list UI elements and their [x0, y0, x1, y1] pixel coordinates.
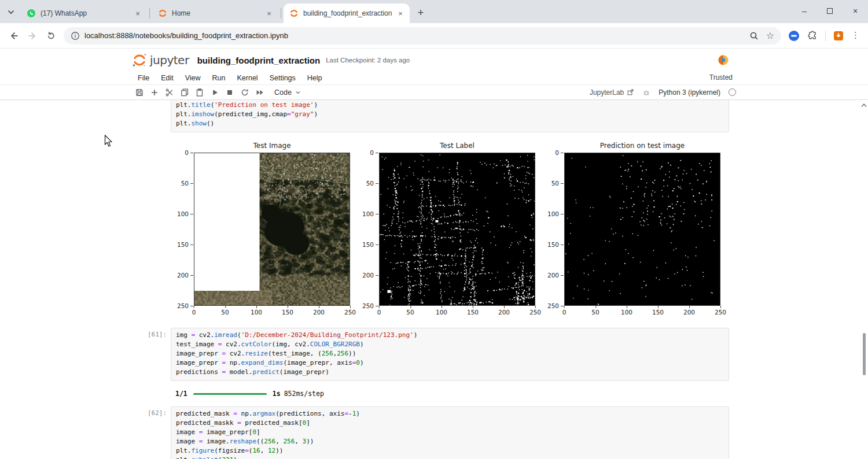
jupyter-header: jupyter building_foodprint_extraction La… [0, 49, 868, 71]
tab-home[interactable]: Home × [152, 3, 278, 23]
tab-building-foodprint-extraction[interactable]: building_foodprint_extraction × [284, 3, 410, 23]
url-text[interactable]: localhost:8888/notebooks/building_foodpr… [84, 31, 288, 40]
extension-orange-icon[interactable] [833, 30, 844, 42]
x-tick-label: 0 [562, 309, 567, 316]
progress-bar [193, 393, 267, 395]
y-tick-label: 50 [181, 180, 189, 187]
window-close-button[interactable]: × [843, 0, 868, 22]
code-line[interactable]: image_prepr = np.expand_dims(image_prepr… [176, 358, 724, 368]
code-line[interactable]: image_prepr = cv2.resize(test_image, (25… [176, 349, 724, 358]
menu-edit[interactable]: Edit [155, 74, 179, 82]
code-line[interactable]: predicted_mask = np.argmax(predictions, … [176, 409, 724, 419]
scrollbar-thumb[interactable] [863, 333, 866, 375]
window-maximize-button[interactable] [817, 0, 843, 22]
site-info-icon[interactable] [71, 31, 80, 40]
plot-image-label [380, 153, 535, 305]
code-cell[interactable]: [61]: img = cv2.imread('D:/December-2024… [148, 328, 729, 381]
browser-menu-kebab-icon[interactable]: ⋮ [851, 31, 860, 40]
code-editor[interactable]: plt.title('Prediction on test image')plt… [171, 100, 729, 132]
debugger-bug-icon[interactable] [642, 88, 650, 97]
code-cell[interactable]: [62]: predicted_mask = np.argmax(predict… [148, 406, 729, 459]
chevron-down-icon [295, 89, 301, 96]
y-tick-label: 0 [185, 149, 189, 156]
stop-kernel-button[interactable] [223, 87, 236, 98]
cell-type-dropdown[interactable]: Code [274, 88, 301, 97]
tab-close-icon[interactable]: × [396, 9, 405, 18]
menu-run[interactable]: Run [207, 74, 231, 82]
zoom-icon[interactable] [749, 31, 759, 41]
browser-tab-strip: (17) WhatsApp × Home × building_foodprin… [0, 0, 868, 23]
notebook-scroll-area[interactable]: plt.title('Prediction on test image')plt… [0, 100, 868, 459]
code-editor[interactable]: img = cv2.imread('D:/December-2024/Build… [171, 328, 729, 381]
save-button[interactable] [133, 87, 146, 98]
open-in-jupyterlab-link[interactable]: JupyterLab [590, 88, 634, 97]
tab-close-icon[interactable]: × [264, 9, 274, 18]
copy-cell-button[interactable] [178, 87, 191, 98]
scroll-up-icon[interactable] [860, 103, 867, 108]
code-line[interactable]: image = image_prepr[0] [176, 428, 724, 437]
figure-output: Test Image050100150200250050100150200250… [175, 142, 729, 317]
y-tick-label: 200 [177, 272, 189, 279]
jupyterlab-label: JupyterLab [590, 88, 624, 97]
restart-kernel-button[interactable] [238, 87, 251, 98]
extensions-puzzle-icon[interactable] [807, 30, 818, 42]
tab-search-button[interactable] [3, 5, 19, 20]
y-tick-label: 100 [177, 210, 189, 217]
code-line[interactable]: predicted_maskk = predicted_mask[0] [176, 419, 724, 428]
kernel-name[interactable]: Python 3 (ipykernel) [659, 88, 720, 97]
run-cell-button[interactable] [208, 87, 221, 98]
cut-cell-button[interactable] [163, 87, 176, 98]
trusted-badge[interactable]: Trusted [709, 73, 733, 82]
y-tick-label: 200 [547, 272, 559, 279]
code-editor[interactable]: predicted_mask = np.argmax(predictions, … [171, 406, 729, 459]
back-icon [9, 31, 19, 41]
jupyter-favicon-icon [158, 9, 167, 18]
bookmark-star-icon[interactable]: ☆ [766, 31, 774, 40]
new-tab-button[interactable]: + [413, 5, 428, 20]
address-bar[interactable]: localhost:8888/notebooks/building_foodpr… [64, 27, 781, 45]
code-line[interactable]: plt.show() [176, 119, 724, 128]
code-line[interactable]: plt.figure(figsize=(16, 12)) [176, 446, 724, 456]
code-line[interactable]: img = cv2.imread('D:/December-2024/Build… [176, 331, 724, 340]
x-tick-label: 250 [344, 309, 356, 316]
code-line[interactable]: plt.title('Prediction on test image') [176, 101, 724, 110]
code-line[interactable]: plt.imshow(predicted_img,cmap="gray") [176, 110, 724, 119]
menu-help[interactable]: Help [301, 74, 328, 82]
plot-label: Test Label050100150200250050100150200250 [361, 142, 535, 317]
cell-prompt [148, 100, 171, 132]
restart-run-all-button[interactable] [253, 87, 266, 98]
y-tick-label: 200 [362, 272, 374, 279]
paste-cell-button[interactable] [193, 87, 206, 98]
code-line[interactable]: plt.subplot(231) [176, 456, 724, 459]
extension-blue-icon[interactable] [788, 30, 800, 42]
x-tick-label: 100 [621, 309, 632, 316]
y-tick-label: 0 [555, 149, 559, 156]
code-cell[interactable]: plt.title('Prediction on test image')plt… [148, 100, 729, 132]
code-line[interactable]: test_image = cv2.cvtColor(img, cv2.COLOR… [176, 340, 724, 349]
notebook-scrollbar[interactable] [860, 100, 868, 459]
code-line[interactable]: image = image.reshape((256, 256, 3)) [176, 437, 724, 446]
y-tick-label: 0 [370, 149, 374, 156]
progress-step: 1/1 [175, 390, 187, 398]
reload-button[interactable] [42, 27, 60, 45]
menu-file[interactable]: File [132, 74, 155, 82]
window-controls: – × [792, 0, 868, 22]
tab-close-icon[interactable]: × [133, 9, 142, 18]
code-line[interactable]: predictions = model.predict(image_prepr) [176, 368, 724, 377]
toolbar-separator [825, 31, 826, 41]
tab-whatsapp[interactable]: (17) WhatsApp × [21, 3, 147, 23]
menu-view[interactable]: View [179, 74, 207, 82]
menu-kernel[interactable]: Kernel [231, 74, 264, 82]
notebook-toolbar: Code JupyterLab Python 3 (ipykernel) [0, 85, 868, 100]
forward-button[interactable] [23, 27, 42, 45]
insert-cell-button[interactable] [148, 87, 161, 98]
notebook-title[interactable]: building_foodprint_extraction [197, 55, 321, 65]
back-button[interactable] [5, 27, 23, 45]
y-tick-label: 250 [362, 302, 374, 309]
x-tick-label: 200 [498, 309, 510, 316]
x-tick-label: 50 [406, 309, 414, 316]
plot-image-satellite [194, 153, 350, 305]
menu-settings[interactable]: Settings [264, 74, 301, 82]
jupyter-wordmark[interactable]: jupyter [150, 53, 189, 67]
window-minimize-button[interactable]: – [792, 0, 817, 22]
